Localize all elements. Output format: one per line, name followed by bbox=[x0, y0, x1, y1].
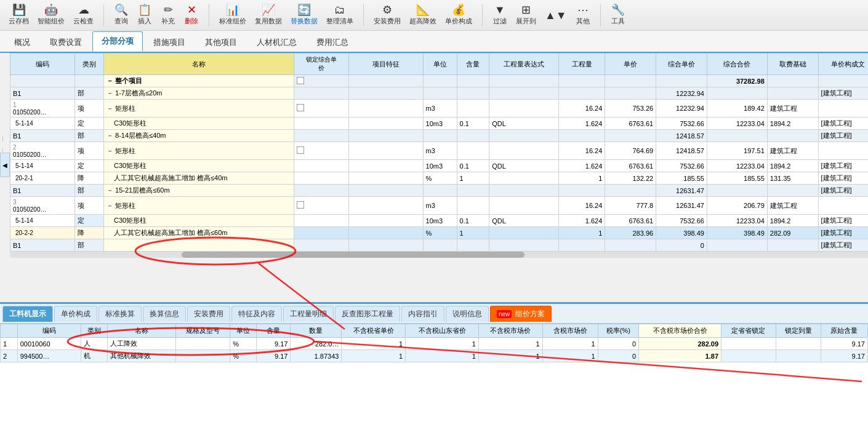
tab-fee-summary[interactable]: 费用汇总 bbox=[307, 33, 358, 52]
cell-comp-price: 12232.94 bbox=[656, 87, 707, 100]
filter-button[interactable]: ▼ 过滤 bbox=[489, 3, 511, 27]
query-button[interactable]: 🔍 查询 bbox=[110, 3, 132, 27]
cleanup-button[interactable]: 🗂 整理清单 bbox=[323, 3, 357, 27]
cell-comp-price: 12418.57 bbox=[656, 142, 707, 160]
cell-qty bbox=[457, 239, 489, 252]
bottom-tab-group-plan[interactable]: new 组价方案 bbox=[490, 306, 552, 322]
cell-qty-expr: QDL bbox=[489, 118, 559, 130]
bottom-tab-unit-comp[interactable]: 单价构成 bbox=[54, 306, 97, 322]
cell-feature bbox=[349, 130, 423, 142]
sep4 bbox=[482, 4, 483, 26]
expand-btn[interactable]: － bbox=[106, 105, 113, 112]
cell-lock bbox=[294, 185, 349, 197]
delete-button[interactable]: ✕ 删除 bbox=[180, 3, 203, 27]
cell-unit-price bbox=[605, 239, 656, 252]
cell-code: B1 bbox=[10, 185, 75, 197]
fill-button[interactable]: ✏ 补充 bbox=[157, 3, 179, 27]
cell-total bbox=[707, 87, 767, 100]
bottom-tab-std-budget[interactable]: 标准换算 bbox=[98, 306, 142, 322]
tab-sub-items[interactable]: 分部分项 bbox=[92, 31, 143, 52]
cell-unit-price: 132.22 bbox=[605, 172, 656, 185]
nav-arrows[interactable]: ▲▼ bbox=[541, 9, 571, 22]
tools-button[interactable]: 🔧 工具 bbox=[607, 3, 629, 27]
cell-fee-base: 1894.2 bbox=[767, 118, 818, 130]
bottom-table-row: 1 00010060 人 人工降效 % 9.17 282.0… 1 1 1 1 … bbox=[1, 338, 868, 350]
cell-fee-base: 建筑工程 bbox=[767, 142, 818, 160]
cell-tax-free-mkt: 1 bbox=[478, 338, 542, 350]
composite-data-button[interactable]: 📈 复用数据 bbox=[251, 3, 286, 27]
insert-button[interactable]: 📋 插入 bbox=[134, 3, 156, 27]
save-button[interactable]: 💾 云存档 bbox=[5, 3, 33, 27]
cell-tax-free-total: 282.09 bbox=[639, 338, 721, 350]
tab-measures[interactable]: 措施项目 bbox=[144, 33, 195, 52]
toolbar-edit-group: 🔍 查询 📋 插入 ✏ 补充 ✕ 删除 bbox=[110, 3, 203, 27]
delete-icon: ✕ bbox=[187, 4, 196, 15]
bottom-data-table: 编码 类别 名称 规格及型号 单位 含量 数量 不含税省单价 不含税山东省价 不… bbox=[0, 324, 868, 362]
cell-qty-expr bbox=[489, 185, 559, 197]
bottom-tab-content-guide[interactable]: 内容指引 bbox=[401, 306, 444, 322]
cell-qty-expr bbox=[489, 87, 559, 100]
expand-btn[interactable]: － bbox=[106, 147, 113, 154]
checkbox[interactable] bbox=[297, 146, 304, 154]
cell-category: 项 bbox=[75, 142, 104, 160]
col-qty-header: 含量 bbox=[457, 54, 489, 75]
tab-other-items[interactable]: 其他项目 bbox=[196, 33, 246, 52]
smart-group-button[interactable]: 🤖 智能组价 bbox=[34, 3, 68, 27]
expand-button[interactable]: ⊞ 展开到 bbox=[512, 3, 540, 27]
upper-hscrollbar[interactable] bbox=[10, 252, 868, 258]
replace-data-button[interactable]: 🔄 替换数据 bbox=[287, 3, 321, 27]
cell-qty-num: 1 bbox=[559, 227, 605, 239]
tab-overview[interactable]: 概况 bbox=[5, 33, 39, 52]
toolbar-data-group: 📊 标准组价 📈 复用数据 🔄 替换数据 🗂 整理清单 bbox=[215, 3, 357, 27]
unit-price-button[interactable]: 💰 单价构成 bbox=[441, 3, 476, 27]
cell-unit bbox=[423, 130, 457, 142]
col-tax-free-total-header: 不含税市场价合价 bbox=[639, 324, 721, 338]
bottom-tab-description[interactable]: 说明信息 bbox=[446, 306, 489, 322]
cell-total bbox=[707, 185, 767, 197]
cell-feature bbox=[349, 172, 423, 185]
cell-tax-free-mkt: 1 bbox=[478, 350, 542, 362]
bottom-tab-qty-detail[interactable]: 工程量明细 bbox=[283, 306, 334, 322]
bottom-tab-rev-chart[interactable]: 反查图形工程量 bbox=[335, 306, 400, 322]
expand-btn[interactable]: － bbox=[106, 89, 113, 97]
bottom-tab-calc-info[interactable]: 换算信息 bbox=[143, 306, 186, 322]
expand-btn[interactable]: － bbox=[106, 77, 113, 84]
cell-unit: 10m3 bbox=[423, 160, 457, 172]
table-row-selected[interactable]: 20-2-2 降 人工其它机械超高施工增加 檐高≤60m % 1 1 283.9… bbox=[10, 227, 869, 239]
expand-btn[interactable]: － bbox=[106, 132, 113, 139]
cell-price-comp bbox=[818, 100, 868, 118]
cloud-check-button[interactable]: ☁ 云检查 bbox=[70, 3, 97, 27]
tab-fee-settings[interactable]: 取费设置 bbox=[41, 33, 91, 52]
cell-comp-price: 12631.47 bbox=[656, 197, 707, 215]
super-height-button[interactable]: 📐 超高降效 bbox=[406, 3, 440, 27]
checkbox[interactable] bbox=[297, 77, 304, 84]
bottom-tab-worker-display[interactable]: 工料机显示 bbox=[2, 306, 53, 322]
cell-unit: 10m3 bbox=[423, 215, 457, 227]
install-fee-button[interactable]: ⚙ 安装费用 bbox=[370, 3, 404, 27]
bottom-tab-feature[interactable]: 特征及内容 bbox=[231, 306, 282, 322]
checkbox[interactable] bbox=[297, 201, 304, 209]
cell-unit-price: 753.26 bbox=[605, 100, 656, 118]
col-feature-header: 项目特征 bbox=[349, 54, 423, 75]
tab-labor-materials[interactable]: 人材机汇总 bbox=[247, 33, 306, 52]
bottom-tab-install-fee[interactable]: 安装费用 bbox=[187, 306, 230, 322]
table-row: 2 01050200… 项 － 矩形柱 m3 16.24 764.69 1 bbox=[10, 142, 869, 160]
cell-comp-price: 185.55 bbox=[656, 172, 707, 185]
col-total-header: 综合合价 bbox=[707, 54, 767, 75]
cell-name bbox=[104, 239, 294, 252]
insert-icon: 📋 bbox=[138, 4, 151, 15]
cell-name: － 矩形柱 bbox=[104, 100, 294, 118]
cell-name: － 矩形柱 bbox=[104, 142, 294, 160]
standard-group-button[interactable]: 📊 标准组价 bbox=[215, 3, 250, 27]
checkbox[interactable] bbox=[297, 104, 304, 111]
cell-category: 定 bbox=[75, 118, 104, 130]
col-comp-price-header: 综合单价 bbox=[656, 54, 707, 75]
super-height-label: 超高降效 bbox=[409, 17, 436, 26]
other-button[interactable]: ⋯ 其他 bbox=[572, 3, 594, 27]
expand-btn[interactable]: － bbox=[106, 202, 113, 209]
table-row: 3 01050200… 项 － 矩形柱 m3 16.24 777.8 12 bbox=[10, 197, 869, 215]
expand-btn[interactable]: － bbox=[106, 186, 113, 194]
collapse-left-button[interactable]: ◀ bbox=[0, 153, 10, 177]
col-code-header: 编码 bbox=[17, 324, 81, 338]
col-qty-num-header: 工程量 bbox=[559, 54, 605, 75]
